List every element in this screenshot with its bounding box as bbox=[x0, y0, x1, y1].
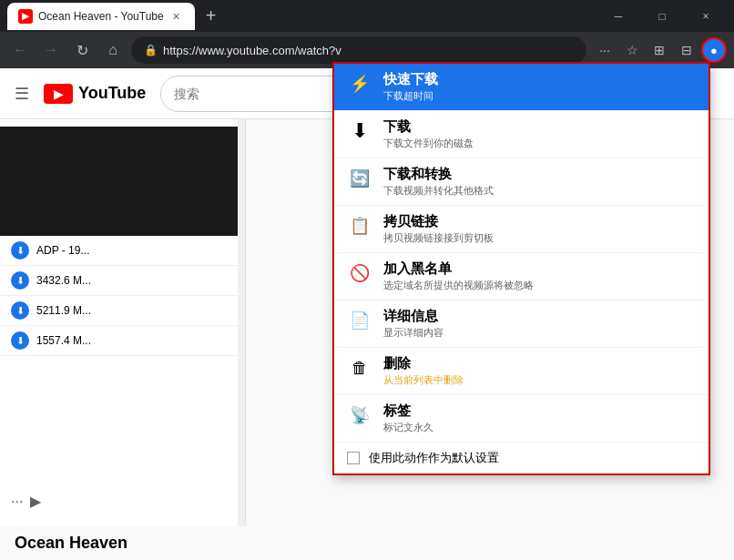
bookmark-button[interactable]: ☆ bbox=[619, 37, 645, 63]
more-button[interactable]: ··· bbox=[592, 37, 617, 63]
tab-close-button[interactable]: × bbox=[169, 9, 184, 24]
delete-text: 删除 从当前列表中删除 bbox=[383, 355, 464, 387]
youtube-logo-text: YouTube bbox=[78, 84, 146, 103]
sidebar-panel: ⬇ ADP - 19... ⬇ 3432.6 M... ⬇ 5211.9 M..… bbox=[0, 119, 246, 526]
tag-label: 标签 bbox=[383, 402, 433, 420]
copy-link-icon: 📋 bbox=[347, 213, 372, 239]
video-info: 3432.6 M... bbox=[36, 274, 234, 287]
blacklist-text: 加入黑名单 选定域名所提供的视频源将被忽略 bbox=[383, 260, 534, 292]
youtube-logo[interactable]: ▶ YouTube bbox=[44, 84, 146, 104]
main-area: ⬇ ADP - 19... ⬇ 3432.6 M... ⬇ 5211.9 M..… bbox=[0, 119, 734, 526]
menu-item-delete[interactable]: 🗑 删除 从当前列表中删除 bbox=[334, 348, 709, 395]
blacklist-label: 加入黑名单 bbox=[383, 260, 534, 278]
page-content: ☰ ▶ YouTube 🔍 ⬇ ADP - 19... ⬇ bbox=[0, 68, 734, 560]
video-info: 1557.4 M... bbox=[36, 334, 234, 347]
home-button[interactable]: ⌂ bbox=[100, 37, 126, 63]
menu-item-download-convert[interactable]: 🔄 下载和转换 下载视频并转化其他格式 bbox=[334, 158, 709, 206]
details-sublabel: 显示详细内容 bbox=[383, 326, 443, 340]
download-icon: ⬇ bbox=[11, 331, 29, 350]
blacklist-sublabel: 选定域名所提供的视频源将被忽略 bbox=[383, 279, 534, 292]
download-sublabel: 下载文件到你的磁盘 bbox=[383, 137, 474, 150]
menu-item-details[interactable]: 📄 详细信息 显示详细内容 bbox=[334, 300, 709, 348]
list-item[interactable]: ⬇ 3432.6 M... bbox=[0, 266, 245, 296]
details-icon: 📄 bbox=[347, 308, 372, 333]
download-label: 下载 bbox=[383, 119, 474, 136]
address-actions: ··· ☆ ⊞ ⊟ ● bbox=[592, 37, 727, 63]
list-item[interactable]: ⬇ 5211.9 M... bbox=[0, 296, 245, 326]
copy-link-text: 拷贝链接 拷贝视频链接接到剪切板 bbox=[383, 213, 494, 245]
video-thumbnail bbox=[0, 127, 245, 236]
forward-button[interactable]: → bbox=[38, 37, 64, 63]
active-tab[interactable]: ▶ Ocean Heaven - YouTube × bbox=[7, 3, 195, 30]
extensions-button[interactable]: ⊞ bbox=[647, 37, 672, 63]
tag-sublabel: 标记文永久 bbox=[383, 421, 433, 434]
tag-text: 标签 标记文永久 bbox=[383, 402, 433, 434]
download-convert-icon: 🔄 bbox=[347, 166, 372, 191]
profile-button[interactable]: ● bbox=[701, 37, 727, 63]
url-text: https://www.youtube.com/watch?v bbox=[163, 44, 342, 57]
tab-bar: ▶ Ocean Heaven - YouTube × + bbox=[7, 3, 594, 30]
video-name: ADP - 19... bbox=[36, 244, 234, 257]
download-convert-sublabel: 下载视频并转化其他格式 bbox=[383, 184, 494, 198]
details-label: 详细信息 bbox=[383, 308, 443, 325]
delete-label: 删除 bbox=[383, 355, 464, 372]
menu-item-download[interactable]: ⬇ 下载 下载文件到你的磁盘 bbox=[334, 119, 709, 158]
tab-favicon: ▶ bbox=[18, 9, 33, 24]
tab-title: Ocean Heaven - YouTube bbox=[38, 10, 164, 23]
video-info: 5211.9 M... bbox=[36, 304, 234, 317]
list-item[interactable]: ⬇ 1557.4 M... bbox=[0, 326, 245, 356]
video-name: 3432.6 M... bbox=[36, 274, 234, 287]
menu-item-copy-link[interactable]: 📋 拷贝链接 拷贝视频链接接到剪切板 bbox=[334, 206, 709, 253]
window-controls: ─ □ × bbox=[597, 3, 727, 30]
sidebar-button[interactable]: ⊟ bbox=[674, 37, 699, 63]
maximize-button[interactable]: □ bbox=[641, 3, 683, 30]
minimize-button[interactable]: ─ bbox=[597, 3, 639, 30]
download-icon: ⬇ bbox=[11, 241, 29, 260]
download-icon: ⬇ bbox=[11, 271, 29, 290]
details-text: 详细信息 显示详细内容 bbox=[383, 308, 443, 340]
menu-item-blacklist[interactable]: 🚫 加入黑名单 选定域名所提供的视频源将被忽略 bbox=[334, 253, 709, 300]
menu-icon[interactable]: ☰ bbox=[15, 84, 29, 104]
youtube-logo-icon: ▶ bbox=[44, 84, 73, 104]
refresh-button[interactable]: ↻ bbox=[69, 37, 95, 63]
download-icon: ⬇ bbox=[11, 301, 29, 320]
tag-icon: 📡 bbox=[347, 402, 372, 428]
page-bottom: Ocean Heaven bbox=[0, 526, 734, 560]
copy-link-label: 拷贝链接 bbox=[383, 213, 494, 230]
lock-icon: 🔒 bbox=[144, 44, 158, 56]
download-text: 下载 下载文件到你的磁盘 bbox=[383, 119, 474, 150]
menu-item-default-action[interactable]: 使用此动作作为默认设置 bbox=[334, 443, 709, 473]
default-action-checkbox[interactable] bbox=[347, 452, 360, 464]
delete-icon: 🗑 bbox=[347, 355, 372, 381]
scrollbar[interactable] bbox=[238, 119, 245, 526]
more-options-icon[interactable]: ··· bbox=[11, 494, 23, 510]
video-page-title: Ocean Heaven bbox=[15, 534, 719, 553]
default-action-label: 使用此动作作为默认设置 bbox=[369, 450, 499, 466]
download-convert-text: 下载和转换 下载视频并转化其他格式 bbox=[383, 166, 494, 198]
url-bar[interactable]: 🔒 https://www.youtube.com/watch?v bbox=[131, 36, 586, 64]
video-name: 5211.9 M... bbox=[36, 304, 234, 317]
play-icon[interactable]: ▶ bbox=[30, 493, 41, 510]
context-menu: ⚡ 快速下载 下载超时间 ⬇ 下载 下载文件到你的磁盘 🔄 下载和转换 bbox=[332, 119, 710, 475]
new-tab-button[interactable]: + bbox=[199, 4, 224, 29]
video-name: 1557.4 M... bbox=[36, 334, 234, 347]
delete-sublabel: 从当前列表中删除 bbox=[383, 373, 464, 387]
copy-link-sublabel: 拷贝视频链接接到剪切板 bbox=[383, 231, 494, 245]
browser-chrome: ▶ Ocean Heaven - YouTube × + ─ □ × bbox=[0, 0, 734, 32]
menu-item-tag[interactable]: 📡 标签 标记文永久 bbox=[334, 395, 709, 443]
list-item[interactable]: ⬇ ADP - 19... bbox=[0, 236, 245, 266]
close-window-button[interactable]: × bbox=[685, 3, 727, 30]
video-info: ADP - 19... bbox=[36, 244, 234, 257]
download-convert-label: 下载和转换 bbox=[383, 166, 494, 183]
download-icon: ⬇ bbox=[347, 119, 372, 144]
blacklist-icon: 🚫 bbox=[347, 260, 372, 286]
back-button[interactable]: ← bbox=[7, 37, 33, 63]
